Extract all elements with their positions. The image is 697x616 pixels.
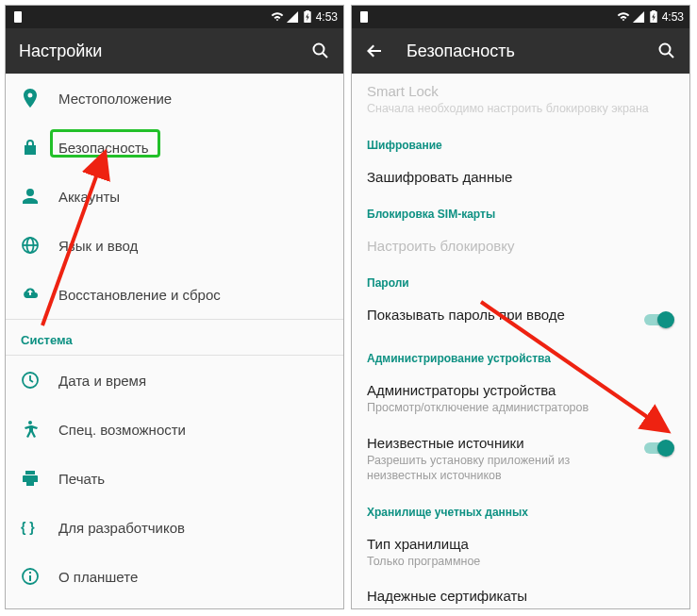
- item-storage-type: Тип хранилищаТолько программное: [352, 526, 689, 578]
- svg-rect-13: [14, 11, 22, 23]
- app-bar: Безопасность: [352, 28, 689, 74]
- svg-rect-14: [360, 11, 368, 23]
- signal-icon: [286, 10, 299, 24]
- section-admin: Администрирование устройства: [352, 339, 689, 373]
- globe-icon: [21, 236, 58, 255]
- settings-item-security[interactable]: Безопасность: [6, 123, 343, 172]
- section-credentials: Хранилище учетных данных: [352, 492, 689, 526]
- accessibility-icon: [21, 420, 58, 439]
- back-button[interactable]: [365, 42, 384, 60]
- section-system: Система: [6, 320, 343, 355]
- status-bar: 4:53: [6, 6, 343, 28]
- item-simlock: Настроить блокировку: [352, 228, 689, 263]
- notification-icon: [11, 10, 25, 24]
- app-bar: Настройки: [6, 28, 343, 74]
- search-button[interactable]: [311, 42, 330, 60]
- item-unknown-sources[interactable]: Неизвестные источникиРазрешить установку…: [352, 425, 689, 493]
- settings-item-accessibility[interactable]: Спец. возможности: [6, 405, 343, 454]
- battery-icon: [647, 10, 660, 24]
- item-show-password[interactable]: Показывать пароль при вводе: [352, 297, 689, 339]
- search-icon: [657, 42, 676, 60]
- settings-screen: 4:53 Настройки Местоположение Безопаснос…: [5, 5, 344, 609]
- info-icon: [21, 567, 58, 586]
- backup-icon: [21, 285, 58, 304]
- lock-icon: [21, 138, 58, 157]
- section-passwords: Пароли: [352, 263, 689, 297]
- status-time: 4:53: [662, 10, 684, 24]
- braces-icon: [21, 518, 58, 537]
- back-icon: [365, 42, 384, 60]
- settings-item-print[interactable]: Печать: [6, 454, 343, 503]
- settings-item-about[interactable]: О планшете: [6, 552, 343, 601]
- settings-item-location[interactable]: Местоположение: [6, 74, 343, 123]
- item-encrypt[interactable]: Зашифровать данные: [352, 159, 689, 194]
- item-smartlock: Smart LockСначала необходимо настроить б…: [352, 74, 689, 125]
- section-encryption: Шифрование: [352, 125, 689, 159]
- wifi-icon: [271, 10, 284, 24]
- settings-item-datetime[interactable]: Дата и время: [6, 356, 343, 405]
- clock-icon: [21, 371, 58, 390]
- status-bar: 4:53: [352, 6, 689, 28]
- settings-item-language[interactable]: Язык и ввод: [6, 221, 343, 270]
- toggle-unknown-sources[interactable]: [642, 439, 674, 458]
- wifi-icon: [617, 10, 630, 24]
- page-title: Настройки: [19, 42, 311, 61]
- section-sim: Блокировка SIM-карты: [352, 194, 689, 228]
- signal-icon: [632, 10, 645, 24]
- toggle-show-password[interactable]: [642, 310, 674, 329]
- security-screen: 4:53 Безопасность Smart LockСначала необ…: [351, 5, 690, 609]
- location-icon: [21, 89, 58, 108]
- search-icon: [311, 42, 330, 60]
- account-icon: [21, 187, 58, 206]
- item-device-admins[interactable]: Администраторы устройстваПросмотр/отключ…: [352, 373, 689, 425]
- item-trusted-certs[interactable]: Надежные сертификатыПоказывать надежные …: [352, 578, 689, 608]
- security-list[interactable]: Smart LockСначала необходимо настроить б…: [352, 74, 689, 608]
- print-icon: [21, 469, 58, 488]
- status-time: 4:53: [316, 10, 338, 24]
- settings-item-accounts[interactable]: Аккаунты: [6, 172, 343, 221]
- settings-item-developer[interactable]: Для разработчиков: [6, 503, 343, 552]
- battery-icon: [301, 10, 314, 24]
- settings-item-backup[interactable]: Восстановление и сброс: [6, 270, 343, 319]
- page-title: Безопасность: [407, 42, 657, 61]
- notification-icon: [357, 10, 371, 24]
- search-button[interactable]: [657, 42, 676, 60]
- settings-list[interactable]: Местоположение Безопасность Аккаунты Язы…: [6, 74, 343, 608]
